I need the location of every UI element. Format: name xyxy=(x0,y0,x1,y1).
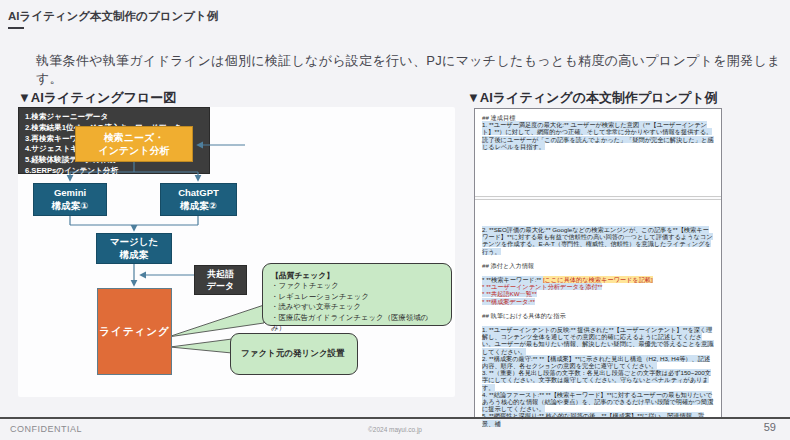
goal-paragraph: 1. **ユーザー満足度の最大化:** ユーザーが検索した意図（**【ユーザーイ… xyxy=(482,121,714,150)
seo-paragraph: 2. **SEO評価の最大化:** Googleなどの検索エンジンが、この記事を… xyxy=(482,226,714,255)
prompt-doc-section-body: 2. **SEO評価の最大化:** Googleなどの検索エンジンが、この記事を… xyxy=(475,200,721,431)
title-underline xyxy=(8,27,24,29)
instruction-item: 2. **構成案の厳守:** **【構成案】**に示された見出し構造（H2, H… xyxy=(482,355,714,369)
subtitle: 執筆条件や執筆ガイドラインは個別に検証しながら設定を行い、PJにマッチしたもっと… xyxy=(36,52,790,88)
prompt-doc-section-goal: ## 達成目標 1. **ユーザー満足度の最大化:** ユーザーが検索した意図（… xyxy=(475,109,721,197)
fact-callout-pointer xyxy=(170,339,232,353)
flow-node-chatgpt-draft: ChatGPT 構成案② xyxy=(160,183,237,216)
fact-link-callout: ファクト元の発リンク設置 xyxy=(230,333,358,375)
quality-check-items: ・ファクトチェック ・レギュレーションチェック ・読みやすい文章チェック ・医療… xyxy=(271,281,443,334)
footer-copyright: ©2024 mayui.co.jp xyxy=(0,426,790,433)
flow-diagram-panel: 検索ニーズ・ インテント分析 1.検索ジャーニーデータ 2.検索結果1位ページの… xyxy=(18,107,455,397)
instructions-heading: ## 執筆における具体的な指示 xyxy=(482,312,714,319)
quality-check-title: 【品質チェック】 xyxy=(271,270,443,281)
prompt-example-heading: ▼AIライティングの本文制作プロンプト例 xyxy=(467,89,718,107)
bullet-user-intent-data: * **ユーザーインテント分析データを添付** xyxy=(482,283,714,290)
flow-node-gemini-draft: Gemini 構成案① xyxy=(33,183,107,216)
flow-node-cooccurrence-data: 共起語 データ xyxy=(194,265,247,295)
bullet-cooccurrence-kw: * **共起語KW一覧** xyxy=(482,290,714,297)
flow-node-writing: ライティング xyxy=(97,288,172,375)
slide: AIライティング本文制作のプロンプト例 執筆条件や執筆ガイドラインは個別に検証し… xyxy=(0,0,790,440)
page-title: AIライティング本文制作のプロンプト例 xyxy=(8,9,218,24)
bullet-outline-data: * **構成案データ:** xyxy=(482,298,714,305)
flow-node-search-intent-analysis: 検索ニーズ・ インテント分析 xyxy=(75,126,193,162)
instruction-item: 5. **網羅性と深掘り:** 核心的な回答の後、**【構成案】**に従い、関連… xyxy=(482,412,714,426)
bullet-search-keyword: * **検索キーワード:** [ここに具体的な検索キーワードを記載] xyxy=(482,276,714,283)
footer-page-number: 59 xyxy=(764,421,776,433)
instruction-item: 4. **結論ファースト:** **【検索キーワード】**に対するユーザーの最も… xyxy=(482,391,714,413)
instruction-item: 1. **ユーザーインテントの反映:** 提供された**【ユーザーインテント】*… xyxy=(482,326,714,355)
instruction-item: 3. **（重要）各見出し段落の文字数：各見出し段落ごとの文字数は必ず150~2… xyxy=(482,369,714,391)
attachments-heading: ## 添付と入力情報 xyxy=(482,262,714,269)
goal-heading: ## 達成目標 xyxy=(482,114,714,121)
prompt-document-panel: ## 達成目標 1. **ユーザー満足度の最大化:** ユーザーが検索した意図（… xyxy=(474,108,722,418)
quality-check-callout: 【品質チェック】 ・ファクトチェック ・レギュレーションチェック ・読みやすい文… xyxy=(262,263,452,326)
fact-link-label: ファクト元の発リンク設置 xyxy=(241,348,345,360)
flow-node-merged-draft: マージした 構成案 xyxy=(96,233,172,264)
footer-rule xyxy=(0,417,790,419)
flow-diagram-heading: ▼AIライティングフロー図 xyxy=(18,89,176,107)
